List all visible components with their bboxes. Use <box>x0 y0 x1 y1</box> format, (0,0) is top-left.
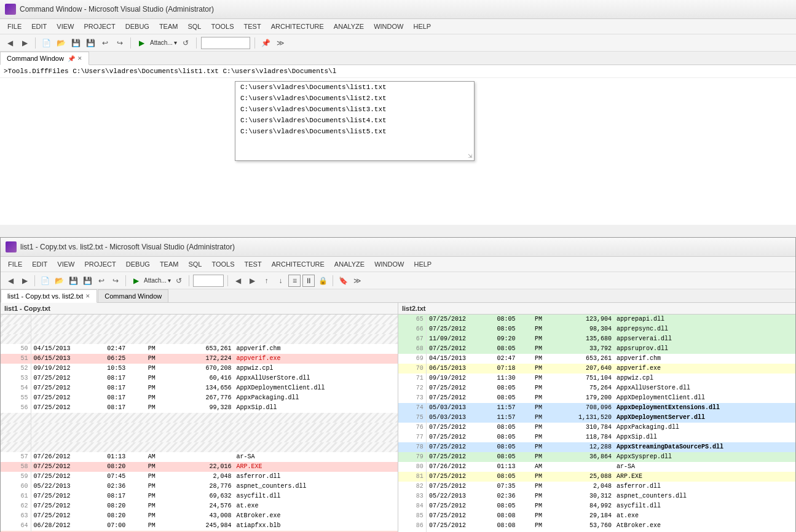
name-cell: asycfilt.dll <box>234 491 398 501</box>
autocomplete-item-0[interactable]: C:\users\vladres\Documents\list1.txt <box>235 82 474 93</box>
line-num: 50 <box>1 344 31 354</box>
side-view-button[interactable]: ⏸ <box>302 275 315 287</box>
tab-pin-icon: 📌 <box>68 55 75 62</box>
menu-architecture[interactable]: ARCHITECTURE <box>266 20 329 33</box>
left-row: 60 05/22/2013 02:36 PM 28,776 aspnet_cou… <box>1 482 398 491</box>
autocomplete-item-3[interactable]: C:\users\vladres\Documents\list4.txt <box>235 115 474 126</box>
forward2-button[interactable]: ▶ <box>18 275 31 287</box>
run2-button[interactable]: ▶ <box>130 275 142 287</box>
back-button[interactable]: ◀ <box>4 37 16 49</box>
menu-view[interactable]: VIEW <box>52 20 79 33</box>
undo-button[interactable]: ↩ <box>99 37 111 49</box>
prev-diff-button[interactable]: ◀ <box>232 275 244 287</box>
line-num: 65 <box>398 315 426 324</box>
refresh-button[interactable]: ↺ <box>179 37 192 49</box>
right-diff-panel[interactable]: list2.txt 65 07/25/2012 08:05 PM 123,904… <box>398 303 795 532</box>
time-cell: 08:05 <box>494 472 532 482</box>
autocomplete-item-4[interactable]: C:\users\vladres\Documents\list5.txt <box>235 126 474 137</box>
menu2-sql[interactable]: SQL <box>183 258 207 270</box>
menu-analyze[interactable]: ANALYZE <box>329 20 369 33</box>
menu2-view[interactable]: VIEW <box>52 258 79 270</box>
undo2-button[interactable]: ↩ <box>95 275 108 287</box>
menu-debug[interactable]: DEBUG <box>120 20 154 33</box>
size-cell: 310,784 <box>552 423 614 432</box>
lock-button[interactable]: 🔒 <box>317 275 329 287</box>
open2-button[interactable]: 📂 <box>53 275 65 287</box>
prev-change-button[interactable]: ↑ <box>260 275 272 287</box>
line-num <box>1 442 31 452</box>
diff-tab[interactable]: list1 - Copy.txt vs. list2.txt ✕ <box>1 289 97 303</box>
pin-button[interactable]: 📌 <box>259 37 272 49</box>
menu-help[interactable]: HELP <box>408 20 436 33</box>
menu2-window[interactable]: WINDOW <box>369 258 409 270</box>
new-button[interactable]: 📄 <box>40 37 52 49</box>
menu2-analyze[interactable]: ANALYZE <box>329 258 369 270</box>
menu2-help[interactable]: HELP <box>409 258 436 270</box>
menu2-team[interactable]: TEAM <box>155 258 184 270</box>
date-cell: 06/15/2013 <box>31 354 104 364</box>
time-cell: 07:45 <box>104 472 146 482</box>
open-button[interactable]: 📂 <box>55 37 67 49</box>
right-row: 82 07/25/2012 07:35 PM 2,048 asferror.dl… <box>398 482 795 491</box>
date-cell: 07/25/2012 <box>31 383 104 393</box>
redo2-button[interactable]: ↪ <box>109 275 122 287</box>
menu-window[interactable]: WINDOW <box>369 20 408 33</box>
menu2-project[interactable]: PROJECT <box>79 258 120 270</box>
menu2-tools[interactable]: TOOLS <box>207 258 239 270</box>
menu-sql[interactable]: SQL <box>183 20 206 33</box>
save2-all-button[interactable]: 💾 <box>81 275 93 287</box>
save-button[interactable]: 💾 <box>69 37 82 49</box>
menu-tools[interactable]: TOOLS <box>206 20 238 33</box>
right-row: 84 07/25/2012 08:05 PM 84,992 asycfilt.d… <box>398 501 795 511</box>
more-button[interactable]: ≫ <box>274 37 286 49</box>
next-diff-button[interactable]: ▶ <box>246 275 258 287</box>
bookmark-button[interactable]: 🔖 <box>337 275 349 287</box>
menu2-debug[interactable]: DEBUG <box>121 258 155 270</box>
hatch-cell <box>31 324 398 334</box>
menu2-edit[interactable]: EDIT <box>27 258 52 270</box>
command-window-tab[interactable]: Command Window 📌 ✕ <box>0 52 89 65</box>
menu-test[interactable]: TEST <box>239 20 266 33</box>
toolbar-combo[interactable] <box>201 37 250 49</box>
cmd-input-line[interactable]: >Tools.DiffFiles C:\Users\vladres\Docume… <box>0 65 796 78</box>
sep2-4 <box>227 275 228 286</box>
resize-handle[interactable]: ⇲ <box>468 153 473 159</box>
menu-project[interactable]: PROJECT <box>79 20 120 33</box>
menu2-file[interactable]: FILE <box>3 258 27 270</box>
sep2-3 <box>189 275 189 286</box>
hatch-cell <box>31 334 398 344</box>
tab-close-button[interactable]: ✕ <box>77 55 82 61</box>
right-row: 68 07/25/2012 08:05 PM 33,792 appsruprov… <box>398 344 795 354</box>
menu-file[interactable]: FILE <box>2 20 26 33</box>
save-all-button[interactable]: 💾 <box>84 37 97 49</box>
autocomplete-item-1[interactable]: C:\users\vladres\Documents\list2.txt <box>235 93 474 104</box>
next-change-button[interactable]: ↓ <box>274 275 286 287</box>
refresh2-button[interactable]: ↺ <box>173 275 185 287</box>
save2-button[interactable]: 💾 <box>67 275 79 287</box>
run-button[interactable]: ▶ <box>135 37 148 49</box>
ampm-cell: PM <box>532 364 552 374</box>
menu-edit[interactable]: EDIT <box>26 20 52 33</box>
diff-tab-label: list1 - Copy.txt vs. list2.txt <box>7 292 83 300</box>
right-row: 85 07/25/2012 08:08 PM 29,184 at.exe <box>398 511 795 521</box>
menu2-architecture[interactable]: ARCHITECTURE <box>267 258 329 270</box>
diff-tab-close[interactable]: ✕ <box>85 293 90 299</box>
size-cell: 653,261 <box>552 354 614 364</box>
cmd-tab-2[interactable]: Command Window <box>98 289 168 302</box>
left-diff-panel[interactable]: list1 - Copy.txt 50 04/15/2013 02:47 PM … <box>1 303 398 532</box>
menu-team[interactable]: TEAM <box>154 20 183 33</box>
name-cell: apprepsync.dll <box>614 324 795 334</box>
new2-button[interactable]: 📄 <box>39 275 51 287</box>
time-cell: 08:08 <box>494 521 532 531</box>
more2-button[interactable]: ≫ <box>351 275 363 287</box>
autocomplete-item-2[interactable]: C:\users\vladres\Documents\list3.txt <box>235 104 474 115</box>
time-cell: 02:47 <box>104 344 146 354</box>
redo-button[interactable]: ↪ <box>114 37 126 49</box>
toolbar2-combo[interactable] <box>193 275 224 287</box>
inline-view-button[interactable]: ≡ <box>288 275 301 287</box>
back2-button[interactable]: ◀ <box>4 275 17 287</box>
cmd-content-area: >Tools.DiffFiles C:\Users\vladres\Docume… <box>0 65 796 225</box>
menu2-test[interactable]: TEST <box>240 258 267 270</box>
forward-button[interactable]: ▶ <box>18 37 31 49</box>
autocomplete-dropdown: C:\users\vladres\Documents\list1.txt C:\… <box>235 81 475 161</box>
